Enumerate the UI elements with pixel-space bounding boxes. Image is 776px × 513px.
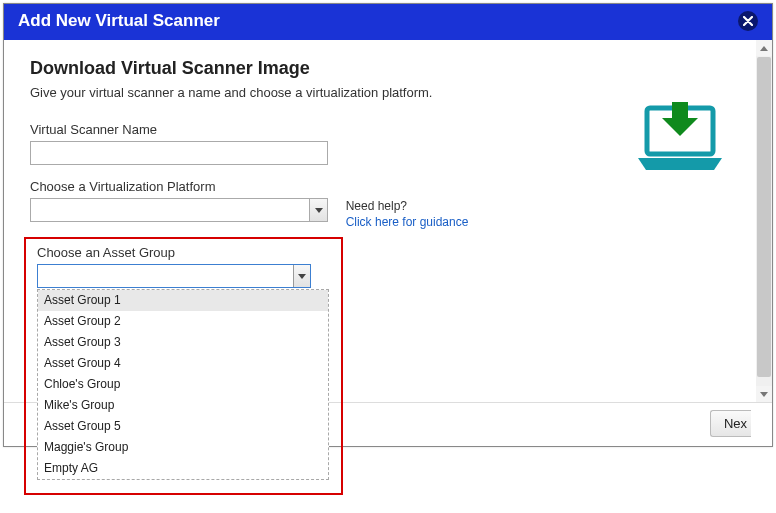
- download-image-icon: [634, 100, 726, 175]
- asset-group-option[interactable]: Asset Group 5: [38, 416, 328, 437]
- dialog: Add New Virtual Scanner Download Virtual…: [3, 3, 773, 447]
- help-block: Need help? Click here for guidance: [346, 198, 469, 230]
- chevron-down-icon: [315, 208, 323, 213]
- help-link[interactable]: Click here for guidance: [346, 215, 469, 229]
- asset-group-arrow[interactable]: [293, 265, 310, 287]
- platform-select[interactable]: [30, 198, 328, 222]
- help-question: Need help?: [346, 198, 469, 214]
- next-button[interactable]: Nex: [710, 410, 751, 437]
- asset-group-option[interactable]: Chloe's Group: [38, 374, 328, 395]
- asset-group-dropdown: Asset Group 1Asset Group 2Asset Group 3A…: [37, 289, 329, 480]
- asset-group-option[interactable]: Asset Group 1: [38, 290, 328, 311]
- close-icon: [743, 16, 753, 26]
- scanner-name-input[interactable]: [30, 141, 328, 165]
- scrollbar[interactable]: [756, 40, 772, 402]
- page-title: Download Virtual Scanner Image: [30, 58, 746, 79]
- dialog-title: Add New Virtual Scanner: [18, 11, 220, 31]
- dialog-body: Download Virtual Scanner Image Give your…: [4, 40, 772, 402]
- titlebar: Add New Virtual Scanner: [4, 4, 772, 40]
- asset-group-block: Choose an Asset Group Asset Group 1Asset…: [37, 245, 311, 288]
- scroll-down-button[interactable]: [756, 386, 772, 402]
- page-subtitle: Give your virtual scanner a name and cho…: [30, 85, 746, 100]
- platform-select-arrow[interactable]: [309, 199, 327, 221]
- chevron-up-icon: [760, 46, 768, 51]
- asset-group-input[interactable]: [37, 264, 311, 288]
- platform-row: Choose a Virtualization Platform Need he…: [30, 179, 746, 230]
- asset-group-label: Choose an Asset Group: [37, 245, 311, 260]
- scroll-up-button[interactable]: [756, 40, 772, 56]
- asset-group-option[interactable]: Asset Group 2: [38, 311, 328, 332]
- chevron-down-icon: [298, 274, 306, 279]
- scroll-thumb[interactable]: [757, 57, 771, 377]
- chevron-down-icon: [760, 392, 768, 397]
- asset-group-option[interactable]: Empty AG: [38, 458, 328, 479]
- close-button[interactable]: [738, 11, 758, 31]
- asset-group-option[interactable]: Maggie's Group: [38, 437, 328, 458]
- asset-group-option[interactable]: Asset Group 4: [38, 353, 328, 374]
- platform-label: Choose a Virtualization Platform: [30, 179, 746, 194]
- asset-group-option[interactable]: Mike's Group: [38, 395, 328, 416]
- asset-group-option[interactable]: Asset Group 3: [38, 332, 328, 353]
